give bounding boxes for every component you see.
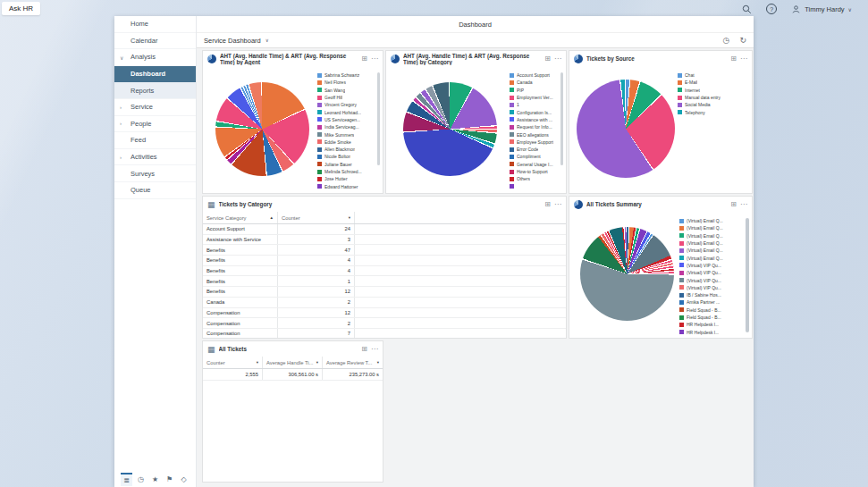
table-row[interactable]: Benefits 1 xyxy=(203,276,566,287)
sidebar-item-feed[interactable]: Feed xyxy=(114,132,196,149)
panel-list-icon[interactable]: ≣ xyxy=(121,473,132,486)
legend-item[interactable]: (Virtual) Email Q... xyxy=(679,217,749,224)
table-row[interactable]: 2,555 306,561.00 s 235,273.00 s xyxy=(203,369,383,381)
legend-item[interactable]: US Serviceagen... xyxy=(317,116,380,123)
legend-item[interactable]: Request for Info... xyxy=(510,123,563,130)
dashboard-selector[interactable]: Service Dashboard ∨ xyxy=(204,37,269,45)
pie-chart[interactable] xyxy=(215,82,309,176)
legend-item[interactable]: HR Helpdesk I... xyxy=(679,321,749,328)
legend-item[interactable]: San Wang xyxy=(317,87,380,94)
legend-item[interactable]: Others xyxy=(510,175,563,182)
table-row[interactable]: Benefits 47 xyxy=(203,245,566,256)
overflow-menu-icon[interactable]: ⋯ xyxy=(740,55,747,63)
switch-view-icon[interactable]: ⊞ xyxy=(544,201,551,208)
legend-item[interactable]: Nicole Bolton xyxy=(317,153,380,160)
legend-item[interactable]: Mike Summers xyxy=(317,130,380,138)
refresh-icon[interactable]: ↻ xyxy=(739,37,746,45)
sidebar-item-service[interactable]: ›Service xyxy=(114,99,196,116)
legend-item[interactable]: Assistance with ... xyxy=(510,116,563,123)
table-row[interactable]: Canada 2 xyxy=(203,298,566,308)
legend-item[interactable]: Juliane Bauer xyxy=(317,161,380,168)
table-row[interactable]: Benefits 12 xyxy=(203,287,566,298)
table-row[interactable]: Compensation 2 xyxy=(203,318,566,329)
legend-item[interactable]: Vincent Gregory xyxy=(317,101,380,108)
legend-item[interactable]: (Virtual) Email Q... xyxy=(679,239,749,247)
legend-item[interactable]: IB / Sabine Hos... xyxy=(679,291,749,298)
legend-item[interactable]: Neil Flores xyxy=(317,79,380,86)
legend-item[interactable]: Eddie Smoke xyxy=(317,139,380,146)
legend-item[interactable]: (Virtual) VIP Qu... xyxy=(679,276,749,283)
column-average-handle-time[interactable]: Average Handle Ti... ▾ xyxy=(263,357,323,368)
sidebar-item-people[interactable]: ›People xyxy=(114,116,196,133)
legend-item[interactable]: Edward Hattoner xyxy=(317,182,380,189)
column-counter[interactable]: Counter ▾ xyxy=(278,212,355,223)
legend-item[interactable]: (Virtual) VIP Qu... xyxy=(679,262,749,269)
legend-item[interactable]: (Virtual) VIP Qu... xyxy=(679,284,749,291)
sidebar-item-home[interactable]: Home xyxy=(114,16,196,33)
panel-clock-icon[interactable]: ◷ xyxy=(135,475,147,483)
legend-item[interactable]: Social Media xyxy=(678,101,749,108)
pie-chart[interactable] xyxy=(577,80,675,178)
table-row[interactable]: Benefits 4 xyxy=(203,256,566,266)
legend-item[interactable]: Field Squad - B... xyxy=(679,306,749,314)
legend-item[interactable]: (Virtual) Email Q... xyxy=(679,224,749,231)
search-icon[interactable] xyxy=(742,4,752,14)
legend-item[interactable]: Field Squad - B... xyxy=(679,314,749,321)
legend-item[interactable]: General Usage I... xyxy=(510,161,563,168)
pie-chart[interactable] xyxy=(403,82,497,176)
legend-item[interactable]: Amika Partner ... xyxy=(679,298,749,306)
column-counter[interactable]: Counter ▾ xyxy=(203,357,263,368)
sidebar-item-dashboard[interactable]: Dashboard xyxy=(114,66,196,83)
history-icon[interactable]: ◷ xyxy=(723,37,730,45)
legend-item[interactable]: Employment Ver... xyxy=(510,94,563,101)
table-row[interactable]: Account Support 24 xyxy=(203,224,566,235)
column-average-review-time[interactable]: Average Review T... ▾ xyxy=(323,357,383,368)
legend-item[interactable]: How-to Support xyxy=(510,168,563,175)
legend-item[interactable]: Manual data entry xyxy=(678,94,749,101)
help-icon[interactable]: ? xyxy=(766,4,777,14)
sidebar-item-analysis[interactable]: ∨Analysis xyxy=(114,49,196,66)
legend-scrollbar[interactable] xyxy=(746,218,749,332)
legend-item[interactable]: Telephony xyxy=(678,108,749,115)
legend-item[interactable]: Chat xyxy=(678,71,749,79)
sidebar-item-reports[interactable]: Reports xyxy=(114,82,196,99)
legend-item[interactable]: Geoff Hill xyxy=(317,94,380,101)
legend-scrollbar[interactable] xyxy=(560,72,563,165)
legend-item[interactable]: Sabrina Schwartz xyxy=(317,71,380,79)
legend-item[interactable]: (Virtual) Email Q... xyxy=(679,247,749,254)
table-row[interactable]: Assistance with Service 3 xyxy=(203,235,566,246)
legend-item[interactable]: (Virtual) Email Q... xyxy=(679,254,749,261)
legend-item[interactable]: Compliment xyxy=(510,153,563,160)
legend-item[interactable]: 1 xyxy=(510,101,563,108)
legend-scrollbar[interactable] xyxy=(377,72,380,165)
sidebar-item-calendar[interactable]: Calendar xyxy=(114,33,196,50)
legend-item[interactable]: (Virtual) Email Q... xyxy=(679,232,749,239)
legend-item[interactable]: India Serviceag... xyxy=(317,123,380,130)
switch-view-icon[interactable]: ⊞ xyxy=(361,55,367,63)
overflow-menu-icon[interactable]: ⋯ xyxy=(371,55,378,63)
legend-item[interactable]: HR Helpdesk I... xyxy=(679,328,749,335)
overflow-menu-icon[interactable]: ⋯ xyxy=(554,55,561,63)
legend-item[interactable]: PIP xyxy=(510,87,563,94)
switch-view-icon[interactable]: ⊞ xyxy=(544,55,551,63)
column-service-category[interactable]: Service Category ▲ xyxy=(203,212,278,223)
overflow-menu-icon[interactable]: ⋯ xyxy=(740,201,747,208)
overflow-menu-icon[interactable]: ⋯ xyxy=(554,201,561,208)
table-row[interactable]: Benefits 4 xyxy=(203,266,566,277)
legend-item[interactable]: Melinda Schroed... xyxy=(317,168,380,175)
pie-chart[interactable] xyxy=(580,227,674,321)
panel-star-icon[interactable]: ★ xyxy=(149,475,161,483)
legend-item[interactable]: (Virtual) VIP Qu... xyxy=(679,269,749,276)
legend-item[interactable]: Canada xyxy=(510,79,563,86)
user-menu[interactable]: Timmy Hardy ∨ xyxy=(791,4,852,14)
table-row[interactable]: Compensation 12 xyxy=(203,308,566,319)
app-logo[interactable]: Ask HR xyxy=(2,2,40,15)
legend-item[interactable] xyxy=(510,182,563,189)
legend-item[interactable]: Leonard Hofstad... xyxy=(317,108,380,115)
legend-item[interactable]: Error Code xyxy=(510,146,563,153)
switch-view-icon[interactable]: ⊞ xyxy=(730,201,737,208)
legend-item[interactable]: Employee Support xyxy=(510,139,563,146)
overflow-menu-icon[interactable]: ⋯ xyxy=(371,346,378,353)
legend-item[interactable]: Internet xyxy=(678,87,749,94)
legend-item[interactable]: EEO allegations xyxy=(510,130,563,138)
